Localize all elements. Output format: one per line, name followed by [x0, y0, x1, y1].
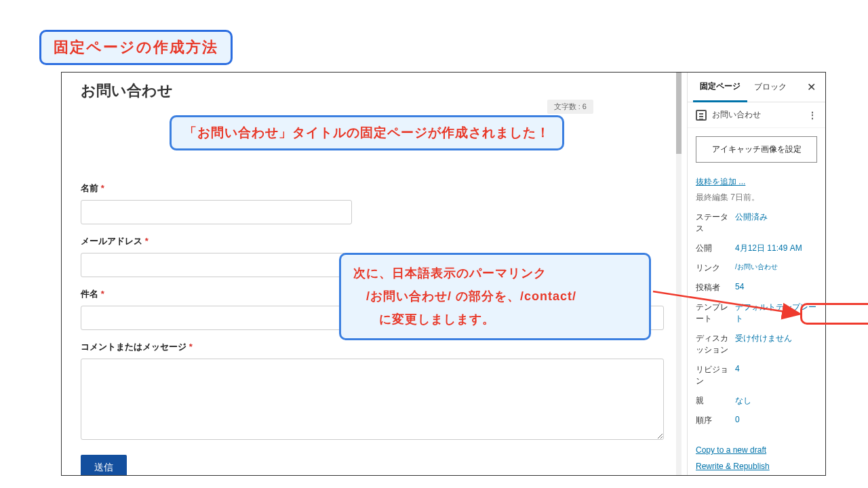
sidebar-doc-summary: お問い合わせ ⋮: [688, 102, 825, 128]
required-mark: *: [101, 289, 104, 299]
sidebar-tabs: 固定ページ ブロック ✕: [688, 73, 825, 102]
rewrite-republish-link[interactable]: Rewrite & Republish: [696, 462, 770, 471]
last-edit-text: 最終編集 7日前。: [696, 192, 817, 203]
email-input[interactable]: [81, 253, 352, 277]
order-value[interactable]: 0: [735, 415, 817, 424]
email-label: メールアドレス *: [81, 235, 671, 247]
annotation-permalink: 次に、日本語表示のパーマリンク /お問い合わせ/ の部分を、/contact/ …: [339, 253, 651, 340]
settings-sidebar: 固定ページ ブロック ✕ お問い合わせ ⋮ アイキャッチ画像を設定 抜粋を追加 …: [687, 73, 825, 475]
order-key: 順序: [696, 415, 735, 426]
message-label-text: コメントまたはメッセージ: [81, 342, 186, 352]
tab-block[interactable]: ブロック: [747, 73, 793, 101]
status-value[interactable]: 公開済み: [735, 211, 817, 223]
link-value[interactable]: /お問い合わせ: [735, 262, 817, 272]
tutorial-title-callout: 固定ページの作成方法: [39, 30, 233, 65]
author-value[interactable]: 54: [735, 282, 817, 291]
revision-key: リビジョン: [696, 364, 735, 387]
word-count-badge: 文字数 : 6: [547, 100, 593, 114]
annotation-permalink-line1: 次に、日本語表示のパーマリンク: [353, 262, 637, 285]
required-mark: *: [145, 236, 149, 246]
name-label-text: 名前: [81, 183, 98, 193]
set-featured-image-button[interactable]: アイキャッチ画像を設定: [696, 136, 817, 163]
name-input[interactable]: [81, 200, 352, 224]
annotation-permalink-line3: に変更しまします。: [353, 308, 637, 331]
message-textarea[interactable]: [81, 359, 664, 440]
more-icon[interactable]: ⋮: [808, 110, 817, 120]
publish-value[interactable]: 4月12日 11:49 AM: [735, 243, 817, 254]
highlight-link-box: [800, 303, 868, 325]
link-key: リンク: [696, 262, 735, 274]
discussion-key: ディスカッション: [696, 333, 735, 356]
sidebar-action-links: Copy to a new draft Rewrite & Republish: [688, 433, 825, 483]
publish-key: 公開: [696, 243, 735, 254]
annotation-created: 「お問い合わせ」タイトルの固定ページが作成されました！: [170, 115, 564, 150]
tab-page[interactable]: 固定ページ: [693, 73, 747, 102]
annotation-permalink-line2: /お問い合わせ/ の部分を、/contact/: [353, 285, 637, 308]
message-label: コメントまたはメッセージ *: [81, 341, 671, 353]
author-key: 投稿者: [696, 282, 735, 293]
sidebar-doc-title: お問い合わせ: [712, 109, 761, 121]
name-label: 名前 *: [81, 182, 671, 195]
required-mark: *: [101, 183, 104, 193]
status-key: ステータス: [696, 211, 735, 235]
discussion-value[interactable]: 受け付けません: [735, 333, 817, 344]
template-key: テンプレート: [696, 302, 735, 325]
email-label-text: メールアドレス: [81, 236, 142, 246]
add-excerpt-link[interactable]: 抜粋を追加 ...: [696, 177, 745, 186]
parent-key: 親: [696, 395, 735, 407]
submit-button[interactable]: 送信: [81, 455, 127, 475]
subject-label-text: 件名: [81, 289, 98, 299]
editor-scrollbar-thumb[interactable]: [676, 73, 682, 154]
revision-value[interactable]: 4: [735, 364, 817, 373]
page-title[interactable]: お問い合わせ: [81, 81, 682, 101]
close-icon[interactable]: ✕: [803, 78, 820, 96]
required-mark: *: [189, 342, 193, 352]
page-icon: [696, 110, 707, 121]
editor-scrollbar-track[interactable]: [676, 73, 682, 475]
copy-draft-link[interactable]: Copy to a new draft: [696, 445, 766, 455]
parent-value[interactable]: なし: [735, 395, 817, 407]
